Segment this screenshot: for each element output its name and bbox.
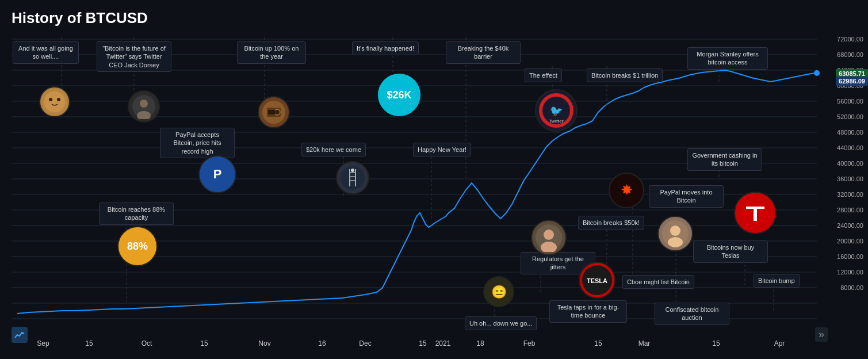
svg-text:P: P bbox=[213, 167, 222, 181]
icon-twitter-musk: 🐦 Twitter bbox=[535, 89, 578, 132]
y-label-52000: 52000.00 bbox=[837, 113, 863, 120]
y-label-40000: 40000.00 bbox=[837, 160, 863, 167]
y-label-16000: 16000.00 bbox=[837, 253, 863, 260]
svg-point-63 bbox=[544, 230, 554, 240]
annotation-13: Bitcoin reaches 88% capacity bbox=[99, 203, 174, 225]
svg-point-70 bbox=[670, 226, 680, 236]
annotation-1: And it was all going so well.... bbox=[13, 41, 79, 64]
y-label-72000: 72000.00 bbox=[837, 36, 863, 43]
x-label-15e: 15 bbox=[712, 339, 720, 347]
annotation-10: $20k here we come bbox=[301, 143, 366, 156]
icon-26k: $26K bbox=[378, 74, 420, 116]
y-label-48000: 48000.00 bbox=[837, 129, 863, 136]
svg-rect-48 bbox=[268, 110, 275, 114]
y-label-20000: 20000.00 bbox=[837, 238, 863, 245]
x-label-feb: Feb bbox=[523, 339, 536, 347]
annotation-19: Cboe might list Bitcoin bbox=[622, 275, 694, 289]
x-label-sep: Sep bbox=[37, 339, 49, 347]
y-label-56000: 56000.00 bbox=[837, 98, 863, 105]
icon-tesla-logo: TESLA bbox=[579, 262, 615, 299]
x-label-18: 18 bbox=[476, 339, 484, 347]
icon-emoji: 😑 bbox=[483, 276, 514, 307]
icon-paypal: P bbox=[198, 155, 236, 193]
annotation-22: Uh oh... down we go... bbox=[465, 316, 537, 330]
annotation-2: "Bitcoin is the future of Twitter" says … bbox=[97, 41, 171, 72]
annotation-14: PayPal moves into Bitcoin bbox=[649, 185, 724, 208]
annotation-20: Confiscated bitcoin auction bbox=[655, 303, 729, 325]
y-label-68000: 68000.00 bbox=[837, 51, 863, 58]
icon-cat bbox=[39, 86, 70, 117]
x-label-16: 16 bbox=[318, 339, 326, 347]
y-label-36000: 36000.00 bbox=[837, 175, 863, 182]
annotation-7: Bitcoin breaks $1 trillion bbox=[587, 68, 663, 82]
svg-point-39 bbox=[44, 91, 65, 112]
svg-text:TESLA: TESLA bbox=[587, 277, 607, 284]
svg-point-57 bbox=[351, 169, 354, 172]
annotation-18: Tesla taps in for a big-time bounce bbox=[549, 300, 627, 323]
annotation-3: Bitcoin up 100% on the year bbox=[237, 41, 306, 64]
annotation-9: PayPal accepts Bitcoin, price hits recor… bbox=[160, 128, 235, 158]
x-label-apr: Apr bbox=[774, 339, 785, 347]
icon-regulator bbox=[531, 220, 567, 255]
current-price-dot bbox=[814, 70, 820, 76]
y-label-12000: 12000.00 bbox=[837, 269, 863, 276]
x-label-dec: Dec bbox=[359, 339, 371, 347]
x-label-mar: Mar bbox=[638, 339, 651, 347]
annotation-8: Morgan Stanley offers bitcoin access bbox=[687, 47, 768, 70]
y-label-32000: 32000.00 bbox=[837, 191, 863, 198]
y-label-44000: 44000.00 bbox=[837, 144, 863, 151]
annotation-6: The effect bbox=[525, 68, 562, 82]
icon-climber bbox=[336, 161, 369, 194]
x-label-15d: 15 bbox=[594, 339, 602, 347]
annotation-17: Bitcoin breaks $50k! bbox=[578, 216, 644, 230]
tradingview-logo bbox=[12, 327, 28, 343]
y-label-8000: 8000.00 bbox=[840, 284, 863, 291]
annotation-21: Bitcoin bump bbox=[754, 274, 800, 288]
icon-radio bbox=[258, 96, 290, 128]
annotation-15: Bitcoins now buy Teslas bbox=[693, 240, 768, 263]
x-label-nov: Nov bbox=[258, 339, 270, 347]
icon-tesla-t bbox=[734, 192, 777, 234]
icon-person-dorsey bbox=[128, 90, 160, 123]
svg-rect-75 bbox=[14, 329, 25, 341]
x-label-15c: 15 bbox=[419, 339, 426, 347]
svg-text:😑: 😑 bbox=[491, 284, 507, 300]
icon-spark: ✸ bbox=[609, 173, 644, 208]
annotation-12: Government cashing in its bitcoin bbox=[687, 148, 762, 171]
y-label-28000: 28000.00 bbox=[837, 207, 863, 213]
x-label-15a: 15 bbox=[85, 339, 93, 347]
svg-point-40 bbox=[49, 98, 52, 101]
icon-88pct: 88% bbox=[117, 226, 158, 266]
svg-point-41 bbox=[57, 98, 60, 101]
x-label-oct: Oct bbox=[142, 339, 152, 347]
x-label-2021: 2021 bbox=[435, 339, 451, 347]
annotation-5: Breaking the $40k barrier bbox=[446, 41, 521, 64]
svg-point-43 bbox=[140, 100, 148, 108]
svg-point-47 bbox=[274, 109, 280, 115]
svg-text:🐦: 🐦 bbox=[550, 105, 563, 117]
nav-arrows[interactable]: » bbox=[815, 327, 828, 342]
svg-text:✸: ✸ bbox=[621, 183, 633, 197]
chart-container: History of BTCUSD bbox=[0, 0, 868, 359]
price-label-low: 62986.09 bbox=[836, 77, 868, 86]
annotation-11: Happy New Year! bbox=[413, 143, 471, 156]
annotation-4: It's finally happened! bbox=[352, 41, 419, 55]
x-label-15b: 15 bbox=[200, 339, 208, 347]
icon-person-3 bbox=[657, 216, 693, 251]
svg-point-71 bbox=[668, 237, 683, 247]
y-label-24000: 24000.00 bbox=[837, 222, 863, 229]
svg-text:Twitter: Twitter bbox=[549, 119, 564, 124]
